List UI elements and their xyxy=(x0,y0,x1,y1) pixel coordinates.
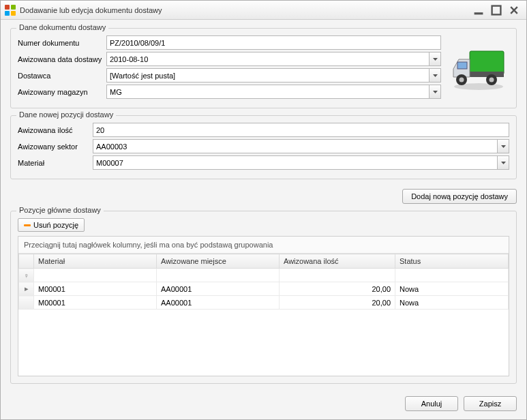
filter-cell[interactable] xyxy=(395,269,509,282)
date-input[interactable]: 2010-08-10 xyxy=(106,52,429,66)
titlebar-text: Dodawanie lub edycja dokumentu dostawy xyxy=(20,6,473,14)
titlebar: Dodawanie lub edycja dokumentu dostawy xyxy=(1,1,526,20)
docnum-input[interactable]: PZ/2010/08/09/1 xyxy=(106,35,441,50)
warehouse-label: Awizowany magazyn xyxy=(18,88,106,96)
material-dropdown-button[interactable] xyxy=(497,155,509,170)
cell-material[interactable]: M00001 xyxy=(34,296,157,310)
cell-qty[interactable]: 20,00 xyxy=(280,282,395,296)
filter-cell[interactable] xyxy=(280,269,395,282)
cell-material[interactable]: M00001 xyxy=(34,282,157,296)
maximize-button[interactable] xyxy=(491,5,502,15)
svg-point-9 xyxy=(490,78,494,82)
app-icon xyxy=(5,5,16,16)
group-title: Dane dokumentu dostawy xyxy=(16,23,108,31)
docnum-label: Numer dokumentu xyxy=(18,39,106,47)
cell-qty[interactable]: 20,00 xyxy=(280,296,395,310)
cancel-button[interactable]: Anuluj xyxy=(405,396,458,411)
grid-groupby-hint[interactable]: Przeciągnij tutaj nagłówek kolumny, jeśl… xyxy=(18,237,509,254)
filter-cell[interactable] xyxy=(157,269,280,282)
svg-point-7 xyxy=(460,78,464,82)
warehouse-input[interactable]: MG xyxy=(106,85,429,99)
svg-rect-3 xyxy=(470,51,504,74)
delete-item-label: Usuń pozycję xyxy=(33,221,78,229)
row-indicator xyxy=(19,296,34,310)
svg-rect-0 xyxy=(475,12,483,14)
supplier-input[interactable]: [Wartość jest pusta] xyxy=(106,68,429,82)
add-item-button[interactable]: Dodaj nową pozycję dostawy xyxy=(402,189,517,204)
cell-status[interactable]: Nowa xyxy=(395,296,509,310)
window-buttons xyxy=(473,5,522,15)
group-title: Pozycje główne dostawy xyxy=(16,206,104,214)
group-title: Dane nowej pozycji dostawy xyxy=(16,110,116,119)
filter-cell[interactable] xyxy=(34,269,157,282)
date-label: Awizowana data dostawy xyxy=(18,55,106,63)
grid-corner xyxy=(19,254,34,269)
group-new-item: Dane nowej pozycji dostawy Awizowana ilo… xyxy=(10,115,517,179)
delete-item-button[interactable]: Usuń pozycję xyxy=(18,218,85,232)
date-dropdown-button[interactable] xyxy=(429,52,441,66)
table-row[interactable]: M00001AA0000120,00Nowa xyxy=(19,296,509,310)
supplier-label: Dostawca xyxy=(18,72,106,80)
table-row[interactable]: ▸M00001AA0000120,00Nowa xyxy=(19,282,509,296)
qty-label: Awizowana ilość xyxy=(18,126,93,134)
qty-input[interactable]: 20 xyxy=(93,123,509,137)
svg-rect-5 xyxy=(457,62,467,69)
material-input[interactable]: M00007 xyxy=(93,155,497,170)
cell-place[interactable]: AA00001 xyxy=(157,296,280,310)
sector-input[interactable]: AA00003 xyxy=(93,139,497,153)
dialog-buttons: Anuluj Zapisz xyxy=(1,391,526,419)
minus-icon xyxy=(24,224,31,226)
truck-icon xyxy=(448,35,509,101)
col-status[interactable]: Status xyxy=(395,254,509,269)
svg-rect-1 xyxy=(492,5,501,14)
close-button[interactable] xyxy=(509,5,520,15)
filter-icon: ♀ xyxy=(19,269,34,282)
col-material[interactable]: Materiał xyxy=(34,254,157,269)
svg-rect-4 xyxy=(470,72,504,77)
group-document-data: Dane dokumentu dostawy Numer dokumentu P… xyxy=(10,28,517,108)
material-label: Materiał xyxy=(18,159,93,167)
col-place[interactable]: Awizowane miejsce xyxy=(157,254,280,269)
cell-place[interactable]: AA00001 xyxy=(157,282,280,296)
cell-status[interactable]: Nowa xyxy=(395,282,509,296)
row-indicator: ▸ xyxy=(19,282,34,296)
group-items: Pozycje główne dostawy Usuń pozycję Prze… xyxy=(10,211,517,384)
grid[interactable]: Przeciągnij tutaj nagłówek kolumny, jeśl… xyxy=(18,236,509,376)
grid-filter-row[interactable]: ♀ xyxy=(19,269,509,282)
warehouse-dropdown-button[interactable] xyxy=(429,85,441,99)
save-button[interactable]: Zapisz xyxy=(464,396,517,411)
window: Dodawanie lub edycja dokumentu dostawy D… xyxy=(0,0,527,420)
col-qty[interactable]: Awizowana ilość xyxy=(280,254,395,269)
minimize-button[interactable] xyxy=(473,5,484,15)
sector-label: Awizowany sektor xyxy=(18,142,93,151)
supplier-dropdown-button[interactable] xyxy=(429,68,441,82)
sector-dropdown-button[interactable] xyxy=(497,139,509,153)
